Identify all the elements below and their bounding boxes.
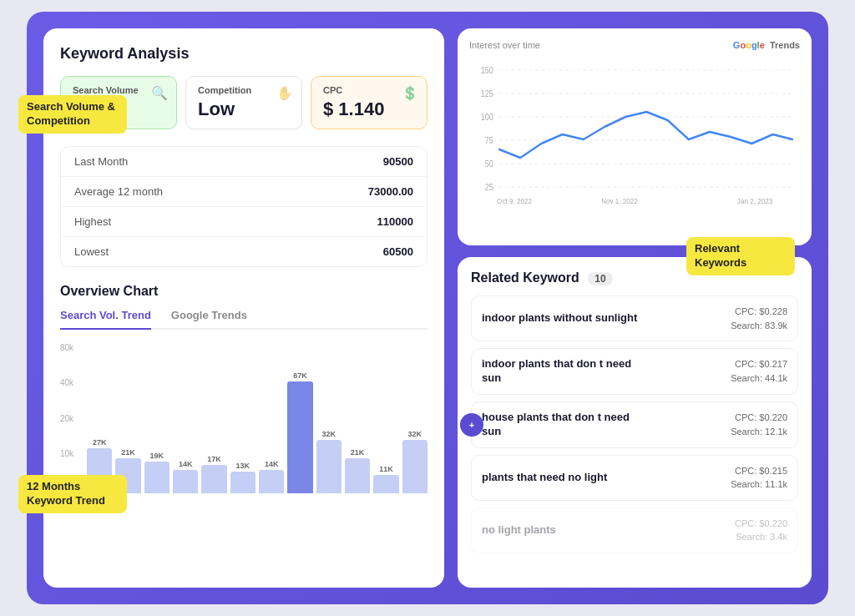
bar-group: 11K: [373, 465, 398, 493]
svg-text:50: 50: [485, 159, 493, 169]
stats-row: Highest 110000: [61, 207, 427, 237]
keyword-name: indoor plants that don t need sun: [482, 357, 650, 386]
svg-text:Oct 9, 2022: Oct 9, 2022: [497, 197, 532, 206]
keyword-name: house plants that don t need sun: [482, 411, 650, 439]
main-container: Search Volume & Competition 12 Months Ke…: [27, 12, 828, 604]
keyword-name: plants that need no light: [482, 471, 607, 485]
bar: [173, 470, 198, 493]
bar-label: 13K: [236, 462, 250, 470]
keyword-cpc: CPC: $0.215: [731, 464, 787, 478]
keywords-list: indoor plants without sunlight CPC: $0.2…: [471, 295, 798, 553]
bar-label: 11K: [379, 465, 393, 473]
related-keywords-card: Related Keyword 10 indoor plants without…: [458, 257, 812, 588]
bar-label: 17K: [207, 455, 221, 463]
bar-group: 13K: [230, 462, 255, 493]
google-trends-logo: Google Trends: [733, 40, 800, 50]
keyword-cpc: CPC: $0.217: [731, 357, 787, 371]
bar-label: 14K: [179, 460, 193, 468]
y-axis-label: 80k: [60, 343, 85, 352]
stats-row: Last Month 90500: [61, 147, 427, 177]
bar-label: 19K: [150, 452, 164, 460]
stats-table: Last Month 90500 Average 12 month 73000.…: [60, 146, 428, 267]
bar-label: 21K: [121, 448, 135, 457]
overview-chart-title: Overview Chart: [60, 284, 428, 299]
tab-search-vol-trend[interactable]: Search Vol. Trend: [60, 309, 151, 330]
svg-text:75: 75: [485, 136, 493, 146]
keyword-stats: CPC: $0.217 Search: 44.1k: [731, 357, 787, 385]
keyword-stats: CPC: $0.220 Search: 12.1k: [731, 411, 787, 438]
competition-value: Low: [198, 98, 290, 120]
bar: [287, 381, 312, 493]
bar: [144, 462, 169, 493]
y-axis-label: 10k: [60, 449, 85, 458]
stats-label: Average 12 month: [74, 185, 163, 198]
bar: [259, 470, 284, 493]
bar-label: 21K: [351, 448, 365, 457]
bar-group: 21K: [345, 448, 370, 493]
related-keywords-count: 10: [588, 272, 612, 285]
annotation-relevant-keywords: Relevant Keywords: [686, 237, 795, 275]
stats-label: Last Month: [74, 155, 128, 168]
bar: [345, 458, 370, 493]
annotation-keyword-trend: 12 Months Keyword Trend: [18, 475, 127, 513]
stats-row: Average 12 month 73000.00: [61, 177, 427, 207]
keyword-cpc: CPC: $0.220: [735, 517, 787, 531]
competition-card: Competition Low ✋: [185, 76, 302, 129]
bar-group: 19K: [144, 452, 169, 493]
tab-google-trends[interactable]: Google Trends: [171, 309, 247, 330]
bar: [316, 440, 341, 493]
svg-text:25: 25: [485, 183, 493, 193]
cpc-value: $ 1.140: [323, 98, 415, 120]
keyword-item: no light plants CPC: $0.220 Search: 3.4k: [471, 507, 798, 553]
keyword-item: indoor plants without sunlight CPC: $0.2…: [471, 295, 798, 341]
bar-group: 17K: [201, 455, 226, 493]
keyword-item: + house plants that don t need sun CPC: …: [471, 401, 798, 448]
svg-text:150: 150: [481, 66, 493, 76]
page-title: Keyword Analysis: [60, 45, 428, 63]
stats-label: Highest: [74, 215, 111, 228]
related-keywords-title: Related Keyword: [471, 270, 579, 285]
svg-text:125: 125: [481, 89, 493, 99]
svg-text:Nov 1, 2022: Nov 1, 2022: [601, 197, 638, 206]
trends-label: Interest over time: [469, 40, 540, 50]
annotation-search-volume: Search Volume & Competition: [18, 95, 127, 134]
trends-card: Interest over time Google Trends: [458, 28, 812, 245]
stats-value: 60500: [383, 245, 413, 258]
keyword-search: Search: 12.1k: [731, 425, 787, 439]
y-axis-labels: 80k40k20k10k5k: [60, 343, 85, 493]
tabs-row: Search Vol. Trend Google Trends: [60, 309, 428, 330]
keyword-search: Search: 3.4k: [735, 530, 787, 544]
trends-header: Interest over time Google Trends: [469, 40, 800, 50]
bar-label: 14K: [265, 460, 279, 468]
keyword-search: Search: 11.1k: [731, 477, 787, 492]
keyword-item: indoor plants that don t need sun CPC: $…: [471, 348, 798, 395]
right-panel: Interest over time Google Trends: [458, 28, 812, 588]
keyword-item: plants that need no light CPC: $0.215 Se…: [471, 455, 798, 501]
bar: [201, 465, 226, 493]
bar-label: 32K: [408, 430, 422, 438]
bar: [402, 440, 428, 493]
hand-icon: ✋: [276, 85, 293, 101]
bar-group: 32K: [316, 430, 341, 493]
keyword-stats: CPC: $0.215 Search: 11.1k: [731, 464, 787, 492]
bar-group: 14K: [259, 460, 284, 493]
bar-group: 67K: [287, 371, 312, 493]
keyword-stats: CPC: $0.220 Search: 3.4k: [735, 517, 787, 544]
dollar-icon: 💲: [402, 85, 418, 101]
keyword-cpc: CPC: $0.220: [731, 411, 787, 425]
stats-value: 73000.00: [368, 185, 413, 198]
stats-row: Lowest 60500: [61, 237, 427, 266]
keyword-cpc: CPC: $0.228: [731, 305, 787, 319]
svg-text:100: 100: [481, 113, 493, 123]
stats-label: Lowest: [74, 245, 109, 258]
keyword-name: indoor plants without sunlight: [482, 311, 637, 326]
trends-chart: 150 125 100 75 50 25 Oct 9, 2022 Nov 1, …: [469, 53, 800, 212]
search-icon: 🔍: [151, 85, 168, 101]
y-axis-label: 40k: [60, 378, 85, 387]
bar-group: 14K: [173, 460, 198, 493]
bar-label: 32K: [322, 430, 336, 438]
stats-value: 90500: [383, 155, 413, 168]
add-keyword-button[interactable]: +: [460, 413, 483, 437]
keyword-search: Search: 83.9k: [731, 319, 787, 333]
keyword-search: Search: 44.1k: [731, 371, 787, 386]
